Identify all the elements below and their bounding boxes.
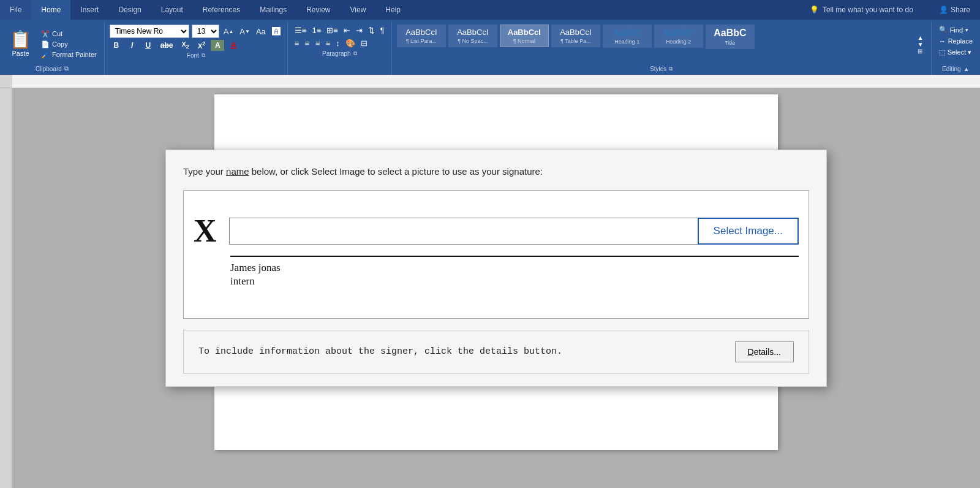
numbering-button[interactable]: 1≡ (310, 25, 323, 36)
tab-view[interactable]: View (341, 0, 376, 20)
clipboard-group-content: 📋 Paste ✂️ Cut 📄 Copy 🖌️ Format Painter (5, 25, 99, 64)
tab-insert[interactable]: Insert (70, 0, 108, 20)
tab-home[interactable]: Home (31, 0, 70, 20)
styles-expand-button[interactable]: ⊞ (915, 48, 926, 55)
tab-file[interactable]: File (0, 0, 31, 20)
select-image-button[interactable]: Select Image... (698, 218, 799, 245)
left-ruler (0, 88, 12, 488)
paste-icon: 📋 (10, 31, 31, 48)
style-item-list-para[interactable]: AaBbCcI ¶ List Para... (397, 25, 446, 47)
tab-design[interactable]: Design (108, 0, 151, 20)
border-button[interactable]: ⊟ (359, 37, 369, 49)
bold-button[interactable]: B (110, 40, 123, 51)
person-icon: 👤 (939, 6, 948, 14)
font-group: Times New Ro 13 A▲ A▼ Aa 🅰 B I U abc X2 … (105, 22, 288, 75)
signature-dialog: Type your name below, or click Select Im… (165, 150, 827, 387)
increase-indent-button[interactable]: ⇥ (354, 25, 364, 36)
tell-me-search: 💡 Tell me what you want to do (797, 0, 929, 20)
multilevel-list-button[interactable]: ⊞≡ (325, 25, 340, 36)
find-icon: 🔍 (939, 26, 948, 34)
style-item-no-space[interactable]: AaBbCcI ¶ No Spac... (448, 25, 497, 47)
styles-scroll-up-button[interactable]: ▲ (915, 34, 926, 41)
format-painter-icon: 🖌️ (41, 51, 50, 59)
lightbulb-icon: 💡 (810, 6, 819, 14)
superscript-button[interactable]: X2 (195, 39, 208, 51)
font-color-button[interactable]: A (227, 40, 240, 51)
tab-layout[interactable]: Layout (151, 0, 193, 20)
editing-group: 🔍 Find ▾ ↔ Replace ⬚ Select ▾ Editing ▲ (932, 22, 980, 75)
tab-help[interactable]: Help (375, 0, 410, 20)
paragraph-expander-icon[interactable]: ⧉ (353, 50, 357, 57)
justify-button[interactable]: ≡ (324, 37, 333, 49)
paragraph-group: ☰≡ 1≡ ⊞≡ ⇤ ⇥ ⇅ ¶ ≡ ≡ ≡ ≡ ↕ 🎨 ⊟ Paragraph… (288, 22, 392, 75)
font-group-top: Times New Ro 13 A▲ A▼ Aa 🅰 (110, 25, 282, 38)
ruler (0, 75, 980, 88)
subscript-button[interactable]: X2 (178, 39, 192, 51)
clipboard-group: 📋 Paste ✂️ Cut 📄 Copy 🖌️ Format Painter (2, 22, 105, 75)
decrease-font-button[interactable]: A▼ (238, 26, 252, 37)
align-center-button[interactable]: ≡ (303, 37, 312, 49)
find-button[interactable]: 🔍 Find ▾ (937, 25, 975, 35)
replace-icon: ↔ (939, 37, 946, 45)
font-group-bottom: B I U abc X2 X2 A A (110, 39, 282, 51)
styles-expander-icon[interactable]: ⧉ (669, 66, 673, 72)
clipboard-side: ✂️ Cut 📄 Copy 🖌️ Format Painter (39, 25, 99, 64)
shading-button[interactable]: 🎨 (344, 37, 357, 49)
font-group-label: Font ⧉ (110, 51, 282, 60)
clipboard-expander-icon[interactable]: ⧉ (64, 65, 69, 72)
name-input[interactable] (229, 218, 698, 245)
change-case-button[interactable]: Aa (254, 26, 268, 37)
copy-button[interactable]: 📄 Copy (39, 40, 99, 49)
style-item-table-para[interactable]: AaBbCcI ¶ Table Pa... (551, 25, 600, 47)
cut-button[interactable]: ✂️ Cut (39, 29, 99, 39)
editing-collapse-icon[interactable]: ▲ (963, 66, 970, 72)
details-button[interactable]: Details... (735, 341, 794, 362)
show-paragraph-button[interactable]: ¶ (379, 25, 386, 36)
italic-button[interactable]: I (126, 40, 139, 51)
details-underline-char: D (748, 347, 754, 357)
format-painter-button[interactable]: 🖌️ Format Painter (39, 50, 99, 59)
styles-group: AaBbCcI ¶ List Para... AaBbCcI ¶ No Spac… (392, 22, 932, 75)
cut-icon: ✂️ (41, 30, 50, 38)
tab-review[interactable]: Review (296, 0, 340, 20)
style-item-normal[interactable]: AaBbCcI ¶ Normal (500, 25, 549, 47)
tab-references[interactable]: References (193, 0, 250, 20)
editing-group-content: 🔍 Find ▾ ↔ Replace ⬚ Select ▾ (937, 25, 975, 64)
decrease-indent-button[interactable]: ⇤ (342, 25, 352, 36)
style-item-heading1[interactable]: AaBbC Heading 1 (603, 25, 652, 48)
style-item-title[interactable]: AaBbC Title (706, 25, 755, 49)
styles-list: AaBbCcI ¶ List Para... AaBbCcI ¶ No Spac… (397, 25, 915, 64)
sort-button[interactable]: ⇅ (366, 25, 377, 36)
info-box: To include information about the signer,… (183, 330, 809, 374)
paragraph-group-label: Paragraph ⧉ (293, 49, 386, 58)
copy-icon: 📄 (41, 40, 50, 48)
line-spacing-button[interactable]: ↕ (334, 37, 342, 49)
increase-font-button[interactable]: A▲ (222, 26, 236, 37)
font-name-select[interactable]: Times New Ro (110, 25, 189, 38)
strikethrough-button[interactable]: abc (157, 40, 176, 51)
paragraph-group-top: ☰≡ 1≡ ⊞≡ ⇤ ⇥ ⇅ ¶ (293, 25, 386, 36)
dialog-overlay: Type your name below, or click Select Im… (12, 150, 980, 387)
align-left-button[interactable]: ≡ (293, 37, 301, 49)
align-right-button[interactable]: ≡ (314, 37, 322, 49)
text-highlight-button[interactable]: A (211, 40, 224, 51)
select-button[interactable]: ⬚ Select ▾ (937, 47, 975, 58)
style-item-heading2[interactable]: AaBbCᶜ Heading 2 (654, 25, 703, 48)
underline-button[interactable]: U (141, 40, 155, 51)
x-mark: X (194, 213, 217, 249)
share-button[interactable]: 👤 Share (929, 0, 980, 20)
font-expander-icon[interactable]: ⧉ (202, 52, 205, 59)
info-text: To include information about the signer,… (198, 346, 725, 357)
replace-button[interactable]: ↔ Replace (937, 36, 975, 46)
bullets-button[interactable]: ☰≡ (293, 25, 309, 36)
tab-mailings[interactable]: Mailings (250, 0, 296, 20)
clear-formatting-button[interactable]: 🅰 (270, 25, 282, 37)
paste-button[interactable]: 📋 Paste (5, 25, 36, 64)
font-size-select[interactable]: 13 (192, 25, 219, 38)
clipboard-label: Clipboard ⧉ (5, 64, 99, 74)
signer-name: James jonas (230, 262, 799, 274)
select-icon: ⬚ (939, 48, 945, 56)
styles-scroll-down-button[interactable]: ▼ (915, 41, 926, 48)
signer-role: intern (230, 275, 799, 288)
signature-box: X Select Image... James jonas intern (183, 190, 809, 319)
